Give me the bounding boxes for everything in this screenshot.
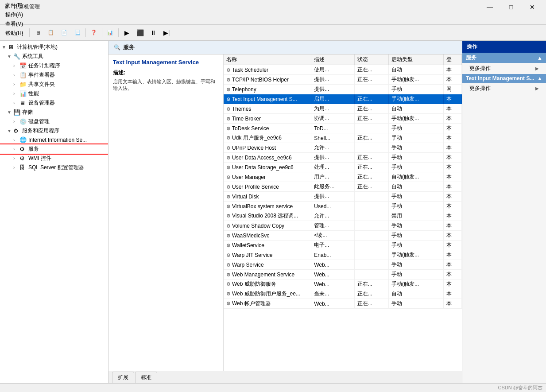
tree-item-iis[interactable]: ›🌐Internet Information Se... <box>0 136 108 144</box>
service-desc-cell: Shell... <box>311 133 354 143</box>
center-panel: 🔍 服务 Text Input Management Service 描述: 启… <box>108 41 462 383</box>
table-row[interactable]: ⚙Udk 用户服务_ee9c6Shell...正在...手动本 <box>224 133 462 143</box>
right-sections: 服务▲更多操作▶Text Input Management S...▲更多操作▶ <box>462 53 546 94</box>
toolbar-btn-3[interactable]: 📄 <box>58 27 70 39</box>
tree-item-disk-mgmt[interactable]: ›💿磁盘管理 <box>0 117 108 126</box>
tree-item-wmi[interactable]: ›⚙WMI 控件 <box>0 154 108 163</box>
tree-item-device-mgr[interactable]: ›🖥设备管理器 <box>0 98 108 108</box>
tree-item-storage[interactable]: ▼💾存储 <box>0 108 108 117</box>
service-startup-cell: 自动 <box>389 182 444 192</box>
service-startup-cell: 手动(触发... <box>389 94 444 104</box>
tree-item-services-apps[interactable]: ▼⚙服务和应用程序 <box>0 126 108 136</box>
tab-expand[interactable]: 扩展 <box>112 372 134 383</box>
service-login-cell: 本 <box>443 124 461 133</box>
service-desc-cell: 提供... <box>311 85 354 94</box>
pause-button[interactable]: ⏸ <box>147 27 159 39</box>
table-row[interactable]: ⚙User Profile Service此服务...正在...自动本 <box>224 182 462 192</box>
action-item-1-0[interactable]: 更多操作▶ <box>462 83 546 94</box>
col-startup[interactable]: 启动类型 <box>389 54 444 65</box>
col-name[interactable]: 名称 <box>224 54 311 65</box>
action-item-0-0[interactable]: 更多操作▶ <box>462 63 546 74</box>
tree-item-shared-folders[interactable]: ›📁共享文件夹 <box>0 80 108 89</box>
forward-button[interactable]: → <box>15 27 27 39</box>
service-name-cell: ⚙Time Broker <box>224 114 311 124</box>
tree-item-computer-mgmt[interactable]: ▼🖥计算机管理(本地) <box>0 43 108 52</box>
table-row[interactable]: ⚙Themes为用...正在...自动本 <box>224 104 462 114</box>
service-login-cell: 本 <box>443 231 461 241</box>
tree-item-task-scheduler[interactable]: ›📅任务计划程序 <box>0 61 108 70</box>
service-login-cell: 本 <box>443 299 461 309</box>
service-desc-cell: 当未... <box>311 289 354 299</box>
col-login[interactable]: 登 <box>443 54 461 65</box>
stop-button[interactable]: ⬛ <box>134 27 146 39</box>
table-row[interactable]: ⚙Text Input Management S...启用...正在...手动(… <box>224 94 462 104</box>
tree-item-event-viewer[interactable]: ›📋事件查看器 <box>0 70 108 80</box>
col-status[interactable]: 状态 <box>354 54 389 65</box>
help-button[interactable]: ❓ <box>88 27 100 39</box>
tree-item-system-tools[interactable]: ▼🔧系统工具 <box>0 52 108 61</box>
gear-icon: ⚙ <box>226 135 231 140</box>
menu-item-F[interactable]: 文件(F) <box>2 1 27 10</box>
table-row[interactable]: ⚙ToDesk ServiceToD...手动本 <box>224 124 462 133</box>
tree-item-services[interactable]: ›⚙服务 <box>0 144 108 154</box>
table-row[interactable]: ⚙User Data Access_ee9c6提供...正在...手动本 <box>224 153 462 163</box>
maximize-button[interactable]: □ <box>501 0 521 14</box>
col-desc[interactable]: 描述 <box>311 54 354 65</box>
services-table-area[interactable]: 名称 描述 状态 启动类型 登 ⚙Task Scheduler使用...正在..… <box>224 54 462 371</box>
tree-item-performance[interactable]: ›📊性能 <box>0 89 108 98</box>
gear-icon: ⚙ <box>226 272 231 277</box>
menu-item-A[interactable]: 操作(A) <box>2 10 27 19</box>
minimize-button[interactable]: — <box>480 0 500 14</box>
service-status-cell: 正在... <box>354 75 389 85</box>
table-row[interactable]: ⚙Telephony提供...手动网 <box>224 85 462 94</box>
service-status-cell <box>354 124 389 133</box>
info-description: 启用文本输入、表情输入区、触摸键盘、手写和输入法。 <box>113 78 219 92</box>
table-row[interactable]: ⚙Virtual Disk提供...手动本 <box>224 192 462 202</box>
table-row[interactable]: ⚙Time Broker协调...正在...手动(触发...本 <box>224 114 462 124</box>
table-row[interactable]: ⚙Warp JIT ServiceEnab...手动(触发...本 <box>224 250 462 260</box>
action-item-arrow: ▶ <box>535 66 539 71</box>
service-login-cell: 本 <box>443 143 461 153</box>
service-desc-cell: 允许... <box>311 143 354 153</box>
toolbar-btn-5[interactable]: 📊 <box>104 27 116 39</box>
table-row[interactable]: ⚙TCP/IP NetBIOS Helper提供...正在...手动(触发...… <box>224 75 462 85</box>
service-name-cell: ⚙UPnP Device Host <box>224 143 311 153</box>
action-section-title-0[interactable]: 服务▲ <box>462 53 546 63</box>
tree-label-wmi: WMI 控件 <box>28 155 51 162</box>
table-row[interactable]: ⚙Web 威胁防御用户服务_ee...当未...正在...自动本 <box>224 289 462 299</box>
toolbar-btn-4[interactable]: 📃 <box>71 27 84 39</box>
table-row[interactable]: ⚙Web 帐户管理器Web...正在...手动本 <box>224 299 462 309</box>
table-row[interactable]: ⚙Visual Studio 2008 远程调...允许...禁用本 <box>224 211 462 221</box>
table-row[interactable]: ⚙VirtualBox system serviceUsed...手动本 <box>224 202 462 211</box>
table-row[interactable]: ⚙Task Scheduler使用...正在...自动本 <box>224 65 462 75</box>
service-login-cell: 本 <box>443 94 461 104</box>
table-row[interactable]: ⚙WaaSMedicSvc<读...手动本 <box>224 231 462 241</box>
table-row[interactable]: ⚙Web 威胁防御服务Web...正在...手动(触发...本 <box>224 279 462 289</box>
table-row[interactable]: ⚙Volume Shadow Copy管理...手动本 <box>224 221 462 231</box>
service-name-cell: ⚙Web 帐户管理器 <box>224 299 311 309</box>
table-row[interactable]: ⚙WalletService电子...手动本 <box>224 241 462 250</box>
toolbar-btn-2[interactable]: 📋 <box>45 27 57 39</box>
service-name-cell: ⚙VirtualBox system service <box>224 202 311 211</box>
tree-arrow: › <box>13 73 19 78</box>
table-row[interactable]: ⚙Web Management ServiceWeb...手动本 <box>224 270 462 279</box>
restart-button[interactable]: ▶| <box>160 27 173 39</box>
back-button[interactable]: ← <box>2 27 14 39</box>
close-button[interactable]: ✕ <box>522 0 542 14</box>
table-row[interactable]: ⚙User Data Storage_ee9c6处理...正在...手动本 <box>224 163 462 172</box>
tab-standard[interactable]: 标准 <box>135 372 157 383</box>
service-desc-cell: Enab... <box>311 250 354 260</box>
table-row[interactable]: ⚙UPnP Device Host允许...手动本 <box>224 143 462 153</box>
service-desc-cell: Web... <box>311 270 354 279</box>
service-name-cell: ⚙User Manager <box>224 172 311 182</box>
toolbar-btn-1[interactable]: 🖥 <box>31 27 44 39</box>
table-row[interactable]: ⚙Warp ServiceWeb...手动本 <box>224 260 462 270</box>
table-row[interactable]: ⚙User Manager用户...正在...自动(触发...本 <box>224 172 462 182</box>
tree-item-sql-server[interactable]: ›🗄SQL Server 配置管理器 <box>0 163 108 172</box>
action-section-title-1[interactable]: Text Input Management S...▲ <box>462 74 546 83</box>
tree-label-task-scheduler: 任务计划程序 <box>28 62 60 70</box>
play-button[interactable]: ▶ <box>120 27 133 39</box>
tree-label-performance: 性能 <box>28 90 39 97</box>
tree-arrow: › <box>13 138 19 143</box>
right-panel: 操作 服务▲更多操作▶Text Input Management S...▲更多… <box>462 41 546 383</box>
